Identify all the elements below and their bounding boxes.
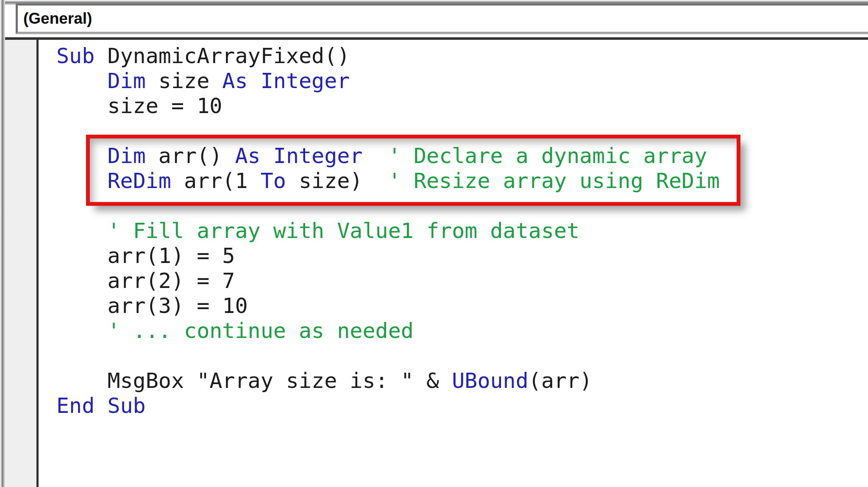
- code-line: ' ... continue as needed: [56, 318, 868, 343]
- procedure-dropdown-value: (General): [23, 10, 92, 28]
- code-line: ReDim arr(1 To size) ' Resize array usin…: [56, 169, 868, 194]
- procedure-dropdown[interactable]: (General): [16, 3, 868, 34]
- vbe-code-window: (General) Sub DynamicArrayFixed() Dim si…: [0, 0, 868, 487]
- code-line: MsgBox "Array size is: " & UBound(arr): [56, 368, 868, 393]
- code-editor[interactable]: Sub DynamicArrayFixed() Dim size As Inte…: [5, 37, 868, 487]
- code-line: arr(3) = 10: [56, 293, 868, 318]
- code-line: End Sub: [56, 393, 868, 418]
- code-line: size = 10: [56, 94, 868, 119]
- code-line: Dim size As Integer: [56, 69, 868, 94]
- code-line: [56, 343, 868, 368]
- code-lines[interactable]: Sub DynamicArrayFixed() Dim size As Inte…: [39, 40, 868, 487]
- code-line: [56, 194, 868, 219]
- code-line: arr(2) = 7: [56, 268, 868, 293]
- window-frame-left: [0, 0, 5, 487]
- code-line: Sub DynamicArrayFixed(): [56, 44, 868, 69]
- code-line: Dim arr() As Integer ' Declare a dynamic…: [56, 144, 868, 169]
- code-line: ' Fill array with Value1 from dataset: [56, 219, 868, 244]
- code-line: [56, 119, 868, 144]
- code-line: arr(1) = 5: [56, 244, 868, 268]
- margin-indicator-bar[interactable]: [5, 40, 39, 487]
